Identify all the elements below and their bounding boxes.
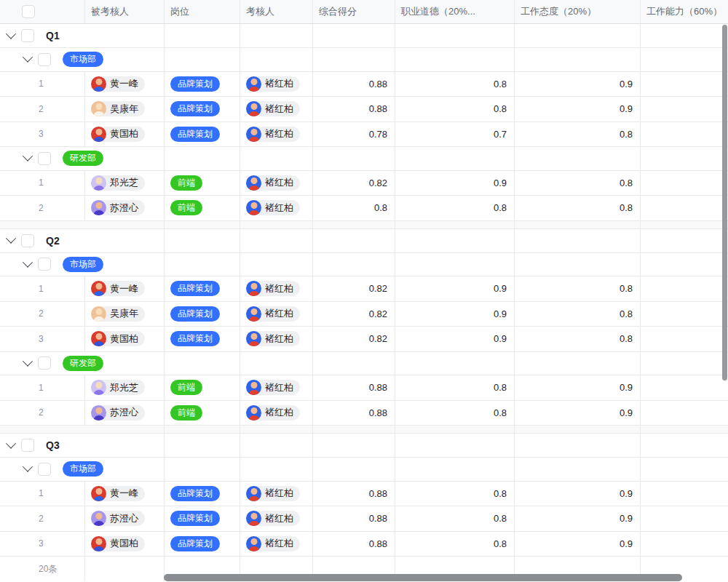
person-cell[interactable]: 苏澄心 <box>85 506 165 531</box>
score-cell[interactable]: 0.82 <box>313 171 395 196</box>
attitude-cell[interactable]: 0.9 <box>515 401 641 426</box>
ethics-cell[interactable]: 0.8 <box>395 72 515 97</box>
subgroup-header-cell[interactable]: 市场部 <box>0 48 165 71</box>
position-cell[interactable]: 品牌策划 <box>165 97 240 121</box>
person-cell[interactable]: 吴康年 <box>85 97 165 121</box>
position-cell[interactable]: 品牌策划 <box>165 327 240 351</box>
attitude-cell[interactable]: 0.9 <box>515 375 641 400</box>
person-cell[interactable]: 黄一峰 <box>85 276 165 301</box>
attitude-cell[interactable]: 0.9 <box>515 72 641 97</box>
subgroup-checkbox[interactable] <box>38 152 51 165</box>
attitude-cell[interactable]: 0.8 <box>515 327 641 351</box>
position-cell[interactable]: 品牌策划 <box>165 506 240 531</box>
subgroup-header-cell[interactable]: 市场部 <box>0 253 165 276</box>
attitude-cell[interactable]: 0.9 <box>515 506 641 531</box>
chevron-down-icon[interactable] <box>6 438 16 448</box>
person-cell[interactable]: 苏澄心 <box>85 401 165 426</box>
position-cell[interactable]: 前端 <box>165 171 240 196</box>
ability-cell[interactable] <box>641 276 728 301</box>
person-cell[interactable]: 黄国柏 <box>85 532 165 557</box>
score-cell[interactable]: 0.88 <box>313 97 395 121</box>
position-cell[interactable]: 前端 <box>165 196 240 220</box>
group-header-cell[interactable]: Q1 <box>0 24 165 47</box>
evaluator-cell[interactable]: 褚红柏 <box>240 72 313 97</box>
ethics-cell[interactable]: 0.8 <box>395 375 515 400</box>
evaluator-cell[interactable]: 褚红柏 <box>240 276 313 301</box>
evaluator-cell[interactable]: 褚红柏 <box>240 482 313 506</box>
ethics-cell[interactable]: 0.8 <box>395 532 515 557</box>
ability-cell[interactable] <box>641 196 728 220</box>
position-cell[interactable]: 前端 <box>165 401 240 426</box>
ability-cell[interactable] <box>641 506 728 531</box>
evaluator-cell[interactable]: 褚红柏 <box>240 302 313 327</box>
ethics-cell[interactable]: 0.8 <box>395 482 515 506</box>
person-cell[interactable]: 苏澄心 <box>85 196 165 220</box>
position-cell[interactable]: 品牌策划 <box>165 302 240 327</box>
score-cell[interactable]: 0.88 <box>313 506 395 531</box>
ability-cell[interactable] <box>641 97 728 121</box>
column-header-evaluator[interactable]: 考核人 <box>240 0 313 23</box>
evaluator-cell[interactable]: 褚红柏 <box>240 532 313 557</box>
person-cell[interactable]: 黄国柏 <box>85 327 165 351</box>
position-cell[interactable]: 前端 <box>165 375 240 400</box>
column-header-position[interactable]: 岗位 <box>165 0 240 23</box>
attitude-cell[interactable]: 0.9 <box>515 532 641 557</box>
chevron-down-icon[interactable] <box>6 234 16 244</box>
position-cell[interactable]: 品牌策划 <box>165 276 240 301</box>
evaluator-cell[interactable]: 褚红柏 <box>240 401 313 426</box>
ability-cell[interactable] <box>641 532 728 557</box>
person-cell[interactable]: 黄一峰 <box>85 482 165 506</box>
ethics-cell[interactable]: 0.8 <box>395 196 515 220</box>
score-cell[interactable]: 0.88 <box>313 375 395 400</box>
score-cell[interactable]: 0.88 <box>313 482 395 506</box>
attitude-cell[interactable]: 0.8 <box>515 276 641 301</box>
evaluator-cell[interactable]: 褚红柏 <box>240 122 313 147</box>
score-cell[interactable]: 0.8 <box>313 196 395 220</box>
attitude-cell[interactable]: 0.8 <box>515 196 641 220</box>
person-cell[interactable]: 郑光芝 <box>85 171 165 196</box>
ability-cell[interactable] <box>641 302 728 327</box>
score-cell[interactable]: 0.88 <box>313 401 395 426</box>
attitude-cell[interactable]: 0.8 <box>515 302 641 327</box>
person-cell[interactable]: 郑光芝 <box>85 375 165 400</box>
group-checkbox[interactable] <box>21 439 34 452</box>
subgroup-header-cell[interactable]: 研发部 <box>0 147 165 170</box>
attitude-cell[interactable]: 0.9 <box>515 97 641 121</box>
person-cell[interactable]: 黄国柏 <box>85 122 165 147</box>
chevron-down-icon[interactable] <box>23 52 33 63</box>
chevron-down-icon[interactable] <box>23 257 33 267</box>
chevron-down-icon[interactable] <box>23 462 33 472</box>
vertical-scrollbar[interactable] <box>722 25 727 380</box>
position-cell[interactable]: 品牌策划 <box>165 482 240 506</box>
ability-cell[interactable] <box>641 122 728 147</box>
ability-cell[interactable] <box>641 482 728 506</box>
ethics-cell[interactable]: 0.9 <box>395 327 515 351</box>
ability-cell[interactable] <box>641 401 728 426</box>
column-header-person[interactable]: 被考核人 <box>85 0 165 23</box>
score-cell[interactable]: 0.78 <box>313 122 395 147</box>
column-header-score[interactable]: 综合得分 <box>313 0 395 23</box>
ability-cell[interactable] <box>641 171 728 196</box>
evaluator-cell[interactable]: 褚红柏 <box>240 375 313 400</box>
ethics-cell[interactable]: 0.9 <box>395 276 515 301</box>
ethics-cell[interactable]: 0.8 <box>395 401 515 426</box>
ethics-cell[interactable]: 0.9 <box>395 302 515 327</box>
score-cell[interactable]: 0.88 <box>313 72 395 97</box>
evaluator-cell[interactable]: 褚红柏 <box>240 97 313 121</box>
score-cell[interactable]: 0.82 <box>313 302 395 327</box>
evaluator-cell[interactable]: 褚红柏 <box>240 196 313 220</box>
horizontal-scrollbar[interactable] <box>164 574 682 581</box>
attitude-cell[interactable]: 0.8 <box>515 171 641 196</box>
ability-cell[interactable] <box>641 72 728 97</box>
subgroup-header-cell[interactable]: 市场部 <box>0 458 165 481</box>
group-header-cell[interactable]: Q2 <box>0 229 165 252</box>
column-header-attitude[interactable]: 工作态度（20%） <box>515 0 641 23</box>
ethics-cell[interactable]: 0.9 <box>395 171 515 196</box>
column-header-ability[interactable]: 工作能力（60%） <box>641 0 728 23</box>
subgroup-checkbox[interactable] <box>38 356 51 370</box>
subgroup-header-cell[interactable]: 研发部 <box>0 352 165 375</box>
attitude-cell[interactable]: 0.9 <box>515 482 641 506</box>
subgroup-checkbox[interactable] <box>38 463 51 476</box>
evaluator-cell[interactable]: 褚红柏 <box>240 327 313 351</box>
ability-cell[interactable] <box>641 327 728 351</box>
